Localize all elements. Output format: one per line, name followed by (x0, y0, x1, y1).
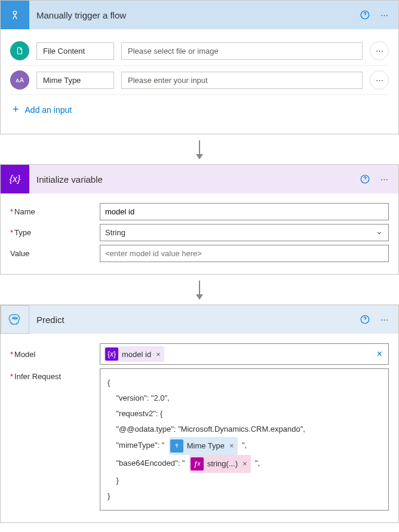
input-label-file[interactable]: File Content (36, 42, 114, 60)
help-button[interactable] (355, 170, 375, 189)
predict-header[interactable]: Predict ⋯ (1, 305, 398, 334)
add-input-button[interactable]: + Add an input (10, 95, 389, 124)
initvar-header[interactable]: {x} Initialize variable ⋯ (1, 165, 398, 193)
more-button[interactable]: ⋯ (375, 310, 394, 329)
clear-button[interactable]: × (375, 349, 385, 359)
token-remove-icon[interactable]: × (156, 350, 161, 359)
type-label: *Type (10, 228, 100, 237)
trigger-input-row-mime: ᴀA Mime Type Please enter your input ⋯ (10, 66, 389, 95)
trigger-input-row-file: File Content Please select file or image… (10, 36, 389, 66)
token-remove-icon[interactable]: × (229, 438, 234, 454)
variable-icon: {x} (1, 165, 29, 193)
input-field-mime[interactable]: Please enter your input (121, 72, 363, 89)
predict-title: Predict (29, 315, 355, 325)
type-select[interactable]: String (100, 224, 389, 241)
help-button[interactable] (355, 310, 375, 329)
more-button[interactable]: ⋯ (375, 5, 394, 24)
name-label: *Name (10, 207, 100, 216)
model-label: *Model (10, 350, 100, 359)
infer-request-input[interactable]: { "version": "2.0", "requestv2": { "@@od… (100, 368, 389, 511)
json-line: "base64Encoded": " ƒx string(...) × ", (108, 455, 381, 473)
name-input[interactable] (100, 203, 389, 220)
json-line: "mimeType": " Mime Type × ", (108, 437, 381, 455)
row-more-button[interactable]: ⋯ (370, 70, 389, 90)
fx-icon: ƒx (191, 457, 204, 471)
infer-label: *Infer Request (10, 368, 100, 381)
value-label: Value (10, 249, 100, 258)
token-label: model id (122, 350, 151, 359)
json-line: "requestv2": { (108, 406, 381, 422)
token-label: Mime Type (187, 438, 225, 454)
svg-point-0 (13, 11, 17, 14)
json-line: } (108, 488, 381, 504)
predict-icon (1, 305, 29, 334)
value-input[interactable] (100, 245, 389, 262)
trigger-icon (1, 1, 29, 29)
token-model-id[interactable]: {x} model id × (104, 346, 164, 362)
add-input-label: Add an input (25, 105, 72, 115)
more-button[interactable]: ⋯ (375, 170, 394, 189)
variable-icon: {x} (105, 348, 118, 361)
json-line: "version": "2.0", (108, 390, 381, 406)
input-label-mime[interactable]: Mime Type (36, 72, 114, 89)
flow-arrow (0, 134, 399, 164)
file-icon (10, 41, 29, 60)
token-label: string(...) (207, 456, 238, 472)
row-more-button[interactable]: ⋯ (370, 41, 389, 60)
flow-arrow (0, 275, 399, 305)
text-icon: ᴀA (10, 70, 29, 90)
token-mime-type[interactable]: Mime Type × (169, 437, 238, 455)
trigger-title: Manually trigger a flow (29, 10, 355, 20)
model-input[interactable]: {x} model id × × (100, 343, 389, 365)
trigger-header[interactable]: Manually trigger a flow ⋯ (1, 1, 398, 29)
token-remove-icon[interactable]: × (243, 456, 247, 472)
trigger-icon (170, 439, 183, 453)
json-line: } (108, 473, 381, 488)
input-field-file[interactable]: Please select file or image (121, 42, 363, 60)
token-expression[interactable]: ƒx string(...) × (189, 455, 251, 473)
json-line: { (108, 375, 381, 390)
json-line: "@@odata.type": "Microsoft.Dynamics.CRM.… (108, 422, 381, 437)
initvar-title: Initialize variable (29, 174, 355, 184)
help-button[interactable] (355, 5, 375, 24)
svg-point-6 (176, 444, 177, 446)
plus-icon: + (13, 103, 19, 116)
